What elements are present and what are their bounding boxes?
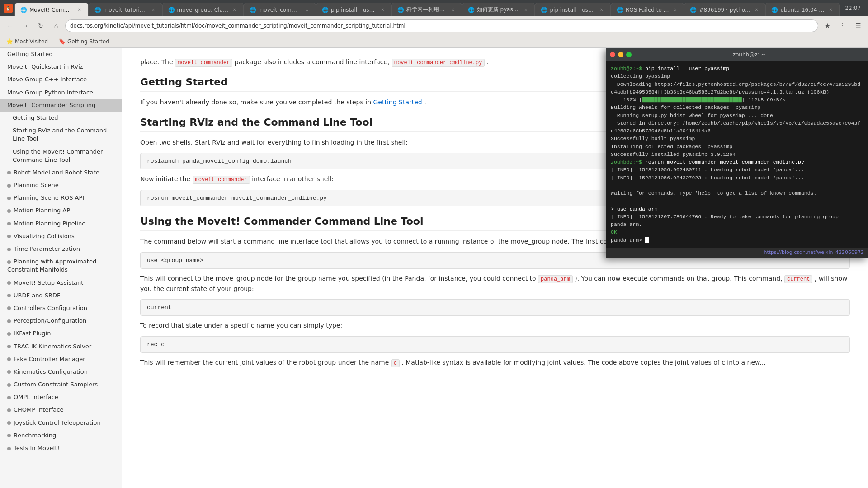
inline-code-current: current — [784, 275, 812, 283]
bookmark-getting-started[interactable]: 🔖 Getting Started — [56, 38, 112, 46]
sidebar-item-3[interactable]: Move Group Python Interface — [0, 86, 122, 99]
terminal-line-5: 100% |████████████████████████████████| … — [611, 96, 863, 103]
sidebar-toggle[interactable]: ☰ — [852, 19, 864, 32]
tab-favicon-tab4: 🌐 — [250, 7, 256, 13]
url-text: docs.ros.org/kinetic/api/moveit_tutorial… — [70, 23, 813, 29]
tab-favicon-tab1: 🌐 — [20, 7, 27, 13]
terminal-min-btn[interactable] — [618, 52, 623, 57]
tab-bar: 🌐MoveIt! Comm...×🌐moveit_tutoria...×🌐mov… — [14, 0, 840, 16]
sidebar-item-15[interactable]: Planning with Approximated Constraint Ma… — [0, 255, 122, 276]
terminal-line-12: Successfully installed pyassimp-3.0.1264 — [611, 150, 863, 158]
tab-label-tab11: ubuntu 16.04 r... — [780, 7, 825, 13]
tab-close-tab5[interactable]: × — [379, 7, 386, 13]
sidebar-item-27[interactable]: Joystick Control Teleoperation — [0, 417, 122, 429]
browser-tab-tab11[interactable]: 🌐ubuntu 16.04 r...× — [765, 3, 840, 16]
sidebar-dot-20 — [7, 332, 11, 336]
browser-tab-tab10[interactable]: 🌐#896199 · python...× — [684, 3, 765, 16]
sidebar-dot-22 — [7, 357, 11, 361]
menu-button[interactable]: ⋮ — [836, 19, 849, 32]
browser-tab-tab1[interactable]: 🌐MoveIt! Comm...× — [14, 3, 89, 16]
bookmark-label-getting-started: Getting Started — [67, 38, 109, 45]
terminal-line-14: [ INFO] [1528121056.902480711]: Loading … — [611, 166, 863, 174]
sidebar-item-7[interactable]: Using the MoveIt! Commander Command Line… — [0, 145, 122, 166]
browser-tab-tab2[interactable]: 🌐moveit_tutoria...× — [89, 3, 162, 16]
section3-paragraph2: This will connect to the move_group node… — [140, 273, 850, 294]
tab-close-tab3[interactable]: × — [231, 7, 238, 13]
tab-label-tab8: pip install --use... — [550, 7, 595, 13]
terminal-line-4: e4adbfb94953584ff3b36b3c46ba586e27d2be8b… — [611, 88, 863, 96]
sidebar-item-4[interactable]: MoveIt! Commander Scripting — [0, 99, 122, 112]
back-button[interactable]: ← — [4, 19, 16, 32]
bookmark-button[interactable]: ★ — [821, 19, 834, 32]
terminal-line-11: Installing collected packages: pyassimp — [611, 143, 863, 150]
tab-label-tab9: ROS Failed to l... — [626, 7, 670, 13]
sidebar-dot-28 — [7, 434, 11, 437]
sidebar-item-6[interactable]: Starting RViz and the Command Line Tool — [0, 124, 122, 145]
tab-close-tab11[interactable]: × — [827, 7, 834, 13]
terminal-body: zouhb@z:~$ pip install --user pyassimp C… — [606, 61, 868, 248]
home-button[interactable]: ⌂ — [50, 19, 62, 32]
sidebar-item-16[interactable]: MoveIt! Setup Assistant — [0, 277, 122, 289]
sidebar-item-8[interactable]: Robot Model and Robot State — [0, 166, 122, 179]
terminal-max-btn[interactable] — [626, 52, 632, 57]
sidebar-item-12[interactable]: Motion Planning Pipeline — [0, 217, 122, 230]
tab-close-tab6[interactable]: × — [450, 7, 456, 13]
browser-tab-tab7[interactable]: 🌐如何更新 pyass...× — [462, 3, 535, 16]
sidebar-item-23[interactable]: Kinematics Configuration — [0, 366, 122, 378]
tab-close-tab2[interactable]: × — [150, 7, 156, 13]
sidebar-item-19[interactable]: Perception/Configuration — [0, 314, 122, 327]
sidebar-item-13[interactable]: Visualizing Collisions — [0, 230, 122, 243]
terminal-line-18: [ INFO] [1528121207.789644706]: Ready to… — [611, 213, 863, 229]
sidebar-item-11[interactable]: Motion Planning API — [0, 204, 122, 217]
inline-code-pkg: moveit_commander — [175, 59, 232, 67]
terminal-line-3: Downloading https://files.pythonhosted.o… — [611, 80, 863, 88]
terminal-line-8: Stored in directory: /home/zouhb/.cache/… — [611, 119, 863, 127]
browser-tab-tab5[interactable]: 🌐pip install --use...× — [316, 3, 392, 16]
sidebar-item-24[interactable]: Custom Constraint Samplers — [0, 378, 122, 391]
tab-close-tab10[interactable]: × — [753, 7, 760, 13]
sidebar-item-18[interactable]: Controllers Configuration — [0, 302, 122, 314]
sidebar-item-10[interactable]: Planning Scene ROS API — [0, 192, 122, 204]
tab-close-tab9[interactable]: × — [672, 7, 678, 13]
sidebar-item-2[interactable]: Move Group C++ Interface — [0, 73, 122, 86]
sidebar-item-14[interactable]: Time Parameterization — [0, 243, 122, 255]
sidebar-item-25[interactable]: OMPL Interface — [0, 391, 122, 404]
sidebar-dot-24 — [7, 383, 11, 387]
tab-close-tab4[interactable]: × — [304, 7, 310, 13]
tab-label-tab6: 科学网—利用p... — [406, 6, 447, 14]
sidebar-item-0[interactable]: Getting Started — [0, 48, 122, 61]
terminal-line-19: OK — [611, 228, 863, 236]
sidebar-item-21[interactable]: TRAC-IK Kinematics Solver — [0, 340, 122, 353]
sidebar-dot-17 — [7, 294, 11, 297]
address-bar[interactable]: docs.ros.org/kinetic/api/moveit_tutorial… — [65, 19, 818, 32]
sidebar-item-1[interactable]: MoveIt! Quickstart in RViz — [0, 61, 122, 73]
sidebar-item-22[interactable]: Fake Controller Manager — [0, 353, 122, 366]
tab-close-tab7[interactable]: × — [523, 7, 529, 13]
sidebar-item-26[interactable]: CHOMP Interface — [0, 404, 122, 416]
browser-tab-tab8[interactable]: 🌐pip install --use...× — [535, 3, 610, 16]
terminal-line-9: d42587d68b5730d6d5b11a804154f4a6 — [611, 127, 863, 135]
browser-tab-tab4[interactable]: 🌐moveit_comm...× — [244, 3, 316, 16]
getting-started-link[interactable]: Getting Started — [373, 99, 422, 106]
browser-tab-tab3[interactable]: 🌐move_group: Clas...× — [162, 3, 244, 16]
sidebar-item-5[interactable]: Getting Started — [0, 112, 122, 124]
tab-close-tab8[interactable]: × — [599, 7, 605, 13]
sidebar: Getting StartedMoveIt! Quickstart in RVi… — [0, 48, 122, 488]
sidebar-item-20[interactable]: IKFast Plugin — [0, 327, 122, 340]
forward-button[interactable]: → — [19, 19, 32, 32]
terminal-line-16: Waiting for commands. Type 'help' to get… — [611, 189, 863, 197]
terminal-cursor — [645, 237, 649, 243]
sidebar-item-9[interactable]: Planning Scene — [0, 179, 122, 192]
sidebar-item-28[interactable]: Benchmarking — [0, 429, 122, 442]
reload-button[interactable]: ↻ — [34, 19, 47, 32]
tab-close-tab1[interactable]: × — [76, 7, 83, 13]
sidebar-item-17[interactable]: URDF and SRDF — [0, 289, 122, 302]
terminal-close-btn[interactable] — [610, 52, 615, 57]
bookmark-most-visited[interactable]: ⭐ Most Visited — [4, 38, 51, 46]
sidebar-dot-9 — [7, 184, 11, 188]
browser-tab-tab9[interactable]: 🌐ROS Failed to l...× — [611, 3, 684, 16]
browser-tab-tab6[interactable]: 🌐科学网—利用p...× — [392, 3, 462, 16]
tab-label-tab4: moveit_comm... — [259, 7, 301, 13]
tab-favicon-tab9: 🌐 — [617, 7, 623, 13]
sidebar-item-29[interactable]: Tests In MoveIt! — [0, 442, 122, 455]
